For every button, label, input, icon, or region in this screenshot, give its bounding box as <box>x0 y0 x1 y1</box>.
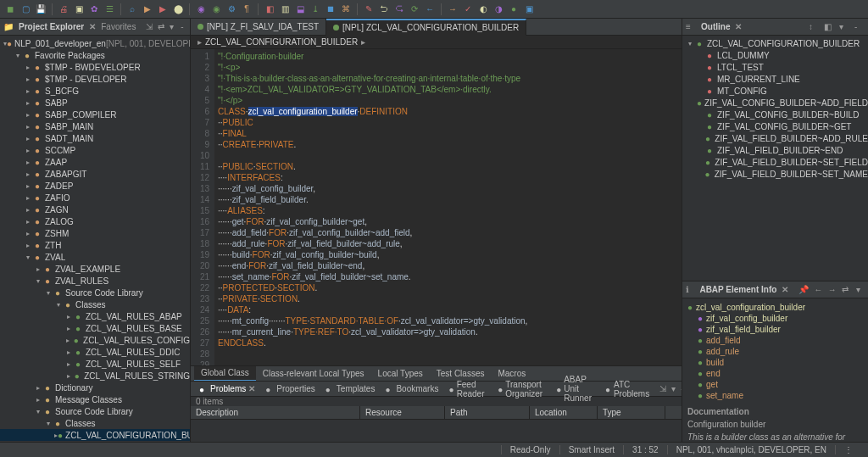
tree-item[interactable]: ●MR_CURRENT_LINE <box>682 73 868 85</box>
tree-item[interactable]: ▸●ZCL_VAL_RULES_BASE <box>0 322 190 334</box>
tree-item[interactable]: ▸●ZTH <box>0 239 190 251</box>
tree-item[interactable]: ▸●ZSHM <box>0 227 190 239</box>
code-editor[interactable]: 1234567891011121314151617181920212223242… <box>191 49 682 365</box>
breadcrumb-class[interactable]: ZCL_VAL_CONFIGURATION_BUILDER <box>205 37 358 47</box>
element-info-item[interactable]: ●zif_val_config_builder <box>687 313 863 324</box>
tree-item[interactable]: ▸●ZVAL_EXAMPLE <box>0 263 190 275</box>
problems-column-header[interactable]: Resource <box>360 406 445 419</box>
tree-item[interactable]: ●ZIF_VAL_FIELD_BUILDER~END <box>682 144 868 156</box>
link-icon[interactable]: ⇄ <box>842 285 850 295</box>
toolbar-button-31[interactable]: ▣ <box>522 3 536 16</box>
tree-item[interactable]: ▸●ZCL_VAL_RULES_DDIC <box>0 346 190 358</box>
tree-item[interactable]: ▾●Source Code Library <box>0 405 190 417</box>
element-info-item[interactable]: ●zcl_val_configuration_builder <box>687 302 863 313</box>
tree-item[interactable]: ●ZIF_VAL_CONFIG_BUILDER~ADD_FIELD <box>682 97 868 109</box>
minimize-icon[interactable]: - <box>181 22 186 32</box>
tree-item[interactable]: ▾●ZVAL_RULES <box>0 275 190 287</box>
tree-item[interactable]: ▸●Message Classes <box>0 393 190 405</box>
toolbar-button-27[interactable]: ✓ <box>461 3 475 16</box>
minimize-icon[interactable]: - <box>854 22 865 32</box>
tree-item[interactable]: ▸●SADT_MAIN <box>0 132 190 144</box>
toolbar-button-13[interactable]: ⚙ <box>225 3 238 16</box>
view-menu-icon[interactable]: ▾ <box>839 22 849 32</box>
element-info-item[interactable]: ●zif_val_field_builder <box>687 324 863 335</box>
toolbar-button-20[interactable]: ⌘ <box>339 3 353 16</box>
sort-icon[interactable]: ↕ <box>809 22 819 32</box>
tree-item[interactable]: ▸●$TMP - DEVELOPER <box>0 73 190 85</box>
breadcrumb[interactable]: ▸ZCL_VAL_CONFIGURATION_BUILDER▸ <box>191 36 682 49</box>
outline-tree[interactable]: ▾●ZCL_VAL_CONFIGURATION_BUILDER●LCL_DUMM… <box>682 36 868 281</box>
toolbar-button-22[interactable]: ⮌ <box>377 3 391 16</box>
toolbar-button-6[interactable]: ☰ <box>103 3 116 16</box>
toolbar-button-2[interactable]: 💾 <box>34 3 47 16</box>
view-menu-icon[interactable]: ▾ <box>856 285 865 295</box>
toolbar-button-10[interactable]: ⬤ <box>171 3 185 16</box>
tree-item[interactable]: ●LTCL_TEST <box>682 61 868 73</box>
element-info-item[interactable]: ●get <box>687 379 863 390</box>
problems-tab[interactable]: ●Feed Reader <box>443 380 492 398</box>
tree-item[interactable]: ▾●Classes <box>0 298 190 310</box>
tree-item[interactable]: ▾●ZCL_VAL_CONFIGURATION_BUILDER <box>682 37 868 49</box>
pin-icon[interactable]: 📌 <box>798 285 809 295</box>
tree-item[interactable]: ▸●SABP_COMPILER <box>0 109 190 120</box>
tree-item[interactable]: ▸●Dictionary <box>0 382 190 393</box>
editor-subtab[interactable]: Class-relevant Local Types <box>256 366 371 382</box>
element-info-item[interactable]: ●build <box>687 357 863 368</box>
editor-tab[interactable]: [NPL] ZCL_VAL_CONFIGURATION_BUILDER <box>326 19 526 36</box>
element-info-item[interactable]: ●set_name <box>687 390 863 401</box>
tree-item[interactable]: ▸●ZCL_VAL_RULES_STRING <box>0 370 190 382</box>
toolbar-button-5[interactable]: ✿ <box>87 3 101 16</box>
toolbar-button-17[interactable]: ⬓ <box>293 3 307 16</box>
toolbar-button-12[interactable]: ◉ <box>209 3 223 16</box>
toolbar-button-1[interactable]: ▢ <box>19 3 32 16</box>
problems-tab[interactable]: ●Properties <box>260 384 320 393</box>
problems-column-header[interactable]: Path <box>445 406 530 419</box>
toolbar-button-0[interactable]: ◼ <box>3 3 17 16</box>
tree-item[interactable]: ▾●Classes <box>0 417 190 429</box>
tree-item[interactable]: ●ZIF_VAL_CONFIG_BUILDER~GET <box>682 120 868 132</box>
toolbar-button-19[interactable]: ⏹ <box>324 3 337 16</box>
toolbar-button-9[interactable]: ▶ <box>156 3 170 16</box>
project-tree[interactable]: ▾●NLP_001_developer_en [NPL, 001, DEVELO… <box>0 36 190 442</box>
problems-tab[interactable]: ●Templates <box>320 384 381 393</box>
toolbar-button-25[interactable]: ← <box>423 3 437 16</box>
element-info-item[interactable]: ●add_rule <box>687 346 863 357</box>
tree-item[interactable]: ●ZIF_VAL_FIELD_BUILDER~SET_NAME <box>682 168 868 180</box>
tree-item[interactable]: ▸●$TMP - BWDEVELOPER <box>0 61 190 73</box>
tree-item[interactable]: ▸●ZCL_VAL_RULES_ABAP <box>0 310 190 322</box>
toolbar-button-21[interactable]: ✎ <box>362 3 376 16</box>
tree-item[interactable]: ▾●Favorite Packages <box>0 49 190 61</box>
view-menu-icon[interactable]: ▾ <box>170 22 175 32</box>
tree-item[interactable]: ▾●Source Code Library <box>0 287 190 298</box>
tree-item[interactable]: ●ZIF_VAL_FIELD_BUILDER~ADD_RULE <box>682 132 868 144</box>
toolbar-button-8[interactable]: ▶ <box>141 3 154 16</box>
toolbar-button-14[interactable]: ¶ <box>240 3 253 16</box>
collapse-all-icon[interactable]: ⇲ <box>146 22 153 32</box>
tree-item[interactable]: ●MT_CONFIG <box>682 85 868 97</box>
tree-item[interactable]: ▸●ZAFIO <box>0 192 190 203</box>
toolbar-button-7[interactable]: ⌕ <box>125 3 139 16</box>
back-icon[interactable]: ← <box>814 285 822 295</box>
element-info-item[interactable]: ●end <box>687 368 863 379</box>
tree-item[interactable]: ●ZIF_VAL_FIELD_BUILDER~SET_FIELD <box>682 156 868 168</box>
view-close-icon[interactable]: ✕ <box>735 22 742 31</box>
tree-item[interactable]: ▸●SABP <box>0 97 190 109</box>
problems-toolbar-icon[interactable]: ▾ <box>669 384 678 393</box>
view-close-icon[interactable]: ✕ <box>782 285 788 294</box>
tree-item[interactable]: ▸●S_BCFG <box>0 85 190 97</box>
toolbar-button-4[interactable]: ▣ <box>72 3 86 16</box>
tree-item[interactable]: ▸●ZADEP <box>0 180 190 192</box>
problems-column-header[interactable]: Description <box>191 406 360 419</box>
tree-item[interactable]: ●ZIF_VAL_CONFIG_BUILDER~BUILD <box>682 109 868 120</box>
toolbar-button-23[interactable]: ⮎ <box>392 3 406 16</box>
toolbar-button-30[interactable]: ● <box>507 3 520 16</box>
forward-icon[interactable]: → <box>828 285 837 295</box>
tree-item[interactable]: ▸●ZCL_VAL_RULES_SELF <box>0 358 190 370</box>
tree-item[interactable]: ▸●ZCL_VAL_CONFIGURATION_BUILDER <box>0 429 190 441</box>
favorites-tab[interactable]: Favorites <box>101 22 136 31</box>
toolbar-button-3[interactable]: 🖨 <box>57 3 70 16</box>
toolbar-button-18[interactable]: ⤓ <box>309 3 322 16</box>
code-area[interactable]: "!·Configuration·builder"!·<p>"!·This·is… <box>214 49 682 365</box>
problems-toolbar-icon[interactable]: ⇲ <box>657 384 669 393</box>
problems-column-header[interactable]: Type <box>598 406 665 419</box>
